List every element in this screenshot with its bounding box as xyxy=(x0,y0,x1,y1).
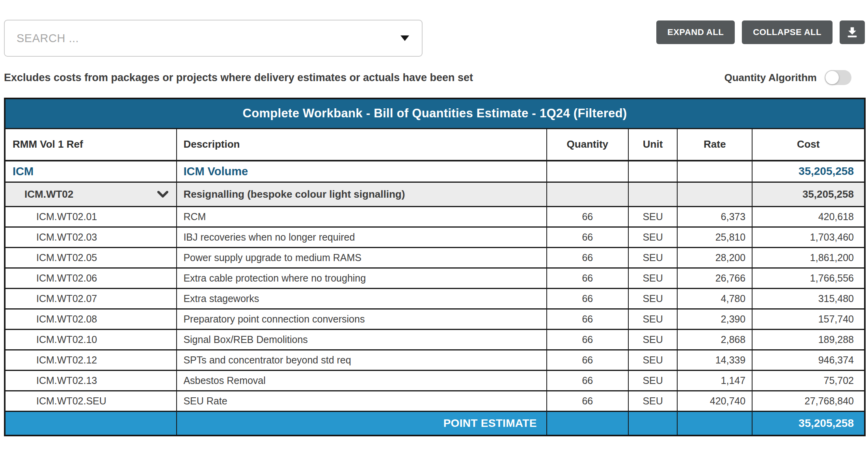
group-ref[interactable]: ICM xyxy=(5,161,177,182)
row-quantity: 66 xyxy=(547,309,628,329)
row-quantity: 66 xyxy=(547,329,628,350)
row-rate: 2,390 xyxy=(677,309,752,329)
collapse-all-button[interactable]: COLLAPSE ALL xyxy=(742,20,833,44)
row-unit: SEU xyxy=(628,309,677,329)
table-row: ICM.WT02.01 RCM 66 SEU 6,373 420,618 xyxy=(5,206,865,227)
table-row: ICM.WT02.10 Signal Box/REB Demolitions 6… xyxy=(5,329,865,350)
row-rate: 25,810 xyxy=(677,227,752,247)
group-quantity xyxy=(547,161,628,182)
row-ref: ICM.WT02.07 xyxy=(5,288,177,309)
row-description: Signal Box/REB Demolitions xyxy=(177,329,546,350)
subgroup-ref-cell[interactable]: ICM.WT02 xyxy=(5,182,177,206)
row-cost: 946,374 xyxy=(752,350,865,370)
row-ref: ICM.WT02.05 xyxy=(5,247,177,268)
group-description[interactable]: ICM Volume xyxy=(177,161,546,182)
boq-table: Complete Workbank - Bill of Quantities E… xyxy=(4,98,866,436)
table-row: ICM.WT02.07 Extra stageworks 66 SEU 4,78… xyxy=(5,288,865,309)
row-rate: 26,766 xyxy=(677,268,752,288)
row-rate: 420,740 xyxy=(677,391,752,411)
download-button[interactable] xyxy=(840,20,865,44)
row-ref: ICM.WT02.03 xyxy=(5,227,177,247)
table-row: ICM.WT02.06 Extra cable protection where… xyxy=(5,268,865,288)
chevron-down-icon[interactable] xyxy=(157,191,168,198)
table-row: ICM.WT02.12 SPTs and concentrator beyond… xyxy=(5,350,865,370)
row-quantity: 66 xyxy=(547,288,628,309)
subgroup-rate xyxy=(677,182,752,206)
point-estimate-cost: 35,205,258 xyxy=(752,411,865,436)
column-header-rate: Rate xyxy=(677,128,752,161)
table-row: ICM.WT02.08 Preparatory point connection… xyxy=(5,309,865,329)
row-unit: SEU xyxy=(628,288,677,309)
row-description: RCM xyxy=(177,206,546,227)
expand-all-button[interactable]: EXPAND ALL xyxy=(656,20,735,44)
row-quantity: 66 xyxy=(547,247,628,268)
column-header-unit: Unit xyxy=(628,128,677,161)
row-quantity: 66 xyxy=(547,350,628,370)
group-unit xyxy=(628,161,677,182)
row-cost: 75,702 xyxy=(752,370,865,391)
column-header-row: RMM Vol 1 Ref Description Quantity Unit … xyxy=(5,128,865,161)
table-row: ICM.WT02.SEU SEU Rate 66 SEU 420,740 27,… xyxy=(5,391,865,411)
row-description: Asbestos Removal xyxy=(177,370,546,391)
row-ref: ICM.WT02.SEU xyxy=(5,391,177,411)
table-row: ICM.WT02.13 Asbestos Removal 66 SEU 1,14… xyxy=(5,370,865,391)
row-unit: SEU xyxy=(628,370,677,391)
row-quantity: 66 xyxy=(547,227,628,247)
row-unit: SEU xyxy=(628,329,677,350)
row-rate: 14,339 xyxy=(677,350,752,370)
row-unit: SEU xyxy=(628,391,677,411)
download-icon xyxy=(846,26,859,39)
footer-unit-cell xyxy=(628,411,677,436)
sub-bar: Excludes costs from packages or projects… xyxy=(4,70,865,85)
row-cost: 27,768,840 xyxy=(752,391,865,411)
top-bar: SEARCH ... EXPAND ALL COLLAPSE ALL xyxy=(4,20,865,57)
column-header-quantity: Quantity xyxy=(547,128,628,161)
row-unit: SEU xyxy=(628,268,677,288)
quantity-algorithm-control: Quantity Algorithm xyxy=(725,70,851,85)
quantity-algorithm-toggle[interactable] xyxy=(825,70,851,85)
row-description: Extra stageworks xyxy=(177,288,546,309)
dropdown-caret-icon[interactable] xyxy=(400,35,409,41)
row-ref: ICM.WT02.01 xyxy=(5,206,177,227)
row-rate: 6,373 xyxy=(677,206,752,227)
row-cost: 420,618 xyxy=(752,206,865,227)
row-description: SPTs and concentrator beyond std req xyxy=(177,350,546,370)
group-row-icm: ICM ICM Volume 35,205,258 xyxy=(5,161,865,182)
row-description: Preparatory point connection conversions xyxy=(177,309,546,329)
group-rate xyxy=(677,161,752,182)
subgroup-row-icm-wt02: ICM.WT02 Resignalling (bespoke colour li… xyxy=(5,182,865,206)
point-estimate-label: POINT ESTIMATE xyxy=(177,411,546,436)
row-cost: 157,740 xyxy=(752,309,865,329)
toolbar: EXPAND ALL COLLAPSE ALL xyxy=(656,20,865,44)
row-quantity: 66 xyxy=(547,391,628,411)
row-cost: 315,480 xyxy=(752,288,865,309)
table-title-row: Complete Workbank - Bill of Quantities E… xyxy=(5,98,865,128)
row-unit: SEU xyxy=(628,247,677,268)
point-estimate-row: POINT ESTIMATE 35,205,258 xyxy=(5,411,865,436)
row-ref: ICM.WT02.10 xyxy=(5,329,177,350)
subgroup-quantity xyxy=(547,182,628,206)
footer-quantity-cell xyxy=(547,411,628,436)
page: SEARCH ... EXPAND ALL COLLAPSE ALL Exclu… xyxy=(0,0,868,436)
row-unit: SEU xyxy=(628,206,677,227)
subgroup-description: Resignalling (bespoke colour light signa… xyxy=(177,182,546,206)
row-cost: 1,703,460 xyxy=(752,227,865,247)
row-ref: ICM.WT02.12 xyxy=(5,350,177,370)
quantity-algorithm-label: Quantity Algorithm xyxy=(725,72,817,84)
toggle-knob xyxy=(825,71,839,84)
search-combobox[interactable]: SEARCH ... xyxy=(4,20,423,57)
row-cost: 1,766,556 xyxy=(752,268,865,288)
exclusion-note: Excludes costs from packages or projects… xyxy=(4,72,473,84)
row-description: Extra cable protection where no troughin… xyxy=(177,268,546,288)
row-ref: ICM.WT02.06 xyxy=(5,268,177,288)
search-input[interactable]: SEARCH ... xyxy=(17,32,79,45)
row-ref: ICM.WT02.08 xyxy=(5,309,177,329)
row-rate: 28,200 xyxy=(677,247,752,268)
group-cost: 35,205,258 xyxy=(752,161,865,182)
row-unit: SEU xyxy=(628,350,677,370)
subgroup-unit xyxy=(628,182,677,206)
row-rate: 4,780 xyxy=(677,288,752,309)
row-quantity: 66 xyxy=(547,370,628,391)
table-row: ICM.WT02.05 Power supply upgrade to medi… xyxy=(5,247,865,268)
subgroup-ref[interactable]: ICM.WT02 xyxy=(24,188,73,200)
